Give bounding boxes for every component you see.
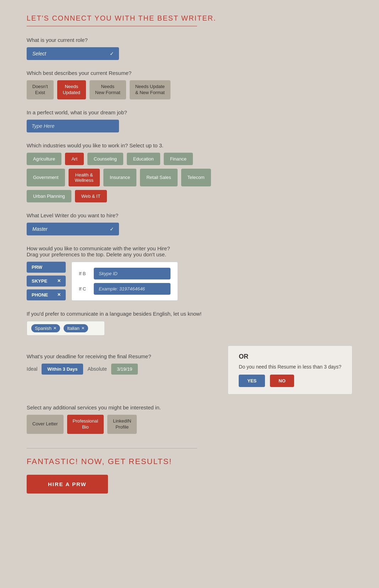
resume-btn-needs-update-new-format[interactable]: Needs Update& New Format — [130, 80, 170, 99]
page-title: LET'S CONNECT YOU WITH THE BEST WRITER. — [27, 14, 352, 22]
additional-services-section: Select any additional services you might… — [27, 404, 352, 434]
resume-btn-doesnt-exist[interactable]: Doesn'tExist — [27, 80, 54, 99]
industry-btn-retail-sales[interactable]: Retail Sales — [140, 169, 177, 186]
additional-services-group: Cover Letter ProfessionalBio LinkedINPro… — [27, 415, 352, 434]
comm-detail-label-c: If C — [79, 286, 90, 292]
writer-level-question: What Level Writer do you want to hire? — [27, 212, 352, 218]
dream-job-input[interactable] — [27, 120, 119, 132]
industries-grid: Agriculture Art Counseling Education Fin… — [27, 153, 226, 202]
lang-spanish-label: Spanish — [35, 326, 52, 331]
comm-phone-label: PHONE — [32, 292, 48, 298]
writer-level-section: What Level Writer do you want to hire? C… — [27, 212, 352, 235]
or-label: OR — [239, 353, 341, 360]
comm-skype-close-icon[interactable]: ✕ — [57, 278, 61, 283]
deadline-ideal-label: Ideal — [27, 366, 37, 372]
comm-detail-label-b: If B — [79, 271, 90, 276]
deadline-section: What's your deadline for receiving the f… — [27, 345, 352, 394]
hire-prw-button[interactable]: HIRE A PRW — [27, 475, 108, 494]
comm-tag-phone[interactable]: PHONE ✕ — [27, 289, 66, 300]
comm-detail-row-skype: If B — [79, 268, 170, 279]
resume-btn-needs-new-format[interactable]: NeedsNew Format — [90, 80, 126, 99]
role-select-wrapper: Select Executive Manager Individual Cont… — [27, 47, 119, 60]
industry-btn-agriculture[interactable]: Agriculture — [27, 153, 61, 165]
phone-number-input[interactable] — [94, 283, 170, 295]
service-btn-linkedin-profile[interactable]: LinkedINProfile — [107, 415, 137, 434]
industry-btn-finance[interactable]: Finance — [164, 153, 193, 165]
header-divider — [27, 26, 197, 26]
role-select[interactable]: Select Executive Manager Individual Cont… — [27, 47, 119, 60]
comm-skype-label: SKYPE — [32, 278, 47, 284]
language-question: If you'd prefer to communicate in a lang… — [27, 311, 352, 317]
comm-detail-row-phone: If C — [79, 283, 170, 295]
skype-id-input[interactable] — [94, 268, 170, 279]
industry-btn-insurance[interactable]: Insurance — [103, 169, 136, 186]
resume-section: Which best describes your current Resume… — [27, 70, 352, 99]
role-section: What is your current role? Select Execut… — [27, 37, 352, 60]
no-button[interactable]: NO — [270, 375, 294, 387]
industry-btn-art[interactable]: Art — [65, 153, 84, 165]
header-section: LET'S CONNECT YOU WITH THE BEST WRITER. — [27, 14, 352, 26]
lang-spanish-remove-icon[interactable]: ✕ — [53, 326, 56, 331]
comm-tag-prw[interactable]: PRW — [27, 262, 66, 273]
role-question: What is your current role? — [27, 37, 352, 43]
industry-btn-urban-planning[interactable]: Urban Planning — [27, 190, 71, 202]
resume-buttons-group: Doesn'tExist NeedsUpdated NeedsNew Forma… — [27, 80, 352, 99]
lang-tag-italian[interactable]: Italian ✕ — [64, 324, 88, 332]
language-section: If you'd prefer to communicate in a lang… — [27, 311, 352, 336]
lang-tag-spanish[interactable]: Spanish ✕ — [31, 324, 60, 332]
results-section: FANTASTIC! NOW, GET RESULTS! HIRE A PRW — [27, 457, 352, 494]
industry-btn-counseling[interactable]: Counseling — [87, 153, 123, 165]
comm-methods-container: PRW SKYPE ✕ PHONE ✕ If B If C — [27, 262, 352, 301]
deadline-row: Ideal Within 3 Days Absolute 3/19/19 — [27, 364, 221, 375]
deadline-question: What's your deadline for receiving the f… — [27, 353, 221, 359]
communicate-section: How would you like to communicate with t… — [27, 245, 352, 301]
deadline-two-col: What's your deadline for receiving the f… — [27, 345, 352, 394]
comm-list: PRW SKYPE ✕ PHONE ✕ — [27, 262, 66, 300]
resume-btn-needs-updated[interactable]: NeedsUpdated — [57, 80, 86, 99]
writer-level-wrapper: Certified Master Expert ✓ — [27, 223, 119, 235]
industry-btn-web-it[interactable]: Web & IT — [75, 190, 107, 202]
comm-prw-label: PRW — [32, 265, 42, 270]
yes-no-row: YES NO — [239, 375, 341, 387]
industries-section: Which industries would you like to work … — [27, 142, 352, 202]
dream-job-question: In a perfect world, what is your dream j… — [27, 109, 352, 115]
lang-italian-remove-icon[interactable]: ✕ — [81, 326, 85, 331]
page-wrapper: LET'S CONNECT YOU WITH THE BEST WRITER. … — [0, 0, 379, 525]
industry-btn-telecom[interactable]: Telecom — [181, 169, 211, 186]
industry-btn-education[interactable]: Education — [127, 153, 160, 165]
writer-level-select[interactable]: Certified Master Expert — [27, 223, 119, 235]
deadline-ideal-value[interactable]: Within 3 Days — [42, 364, 83, 375]
comm-phone-close-icon[interactable]: ✕ — [57, 292, 61, 297]
deadline-left: What's your deadline for receiving the f… — [27, 345, 221, 375]
lang-italian-label: Italian — [67, 326, 80, 331]
or-box: OR Do you need this Resume in less than … — [228, 345, 352, 394]
additional-question: Select any additional services you might… — [27, 404, 352, 410]
results-title: FANTASTIC! NOW, GET RESULTS! — [27, 457, 352, 466]
deadline-absolute-date[interactable]: 3/19/19 — [111, 364, 138, 375]
comm-details-box: If B If C — [71, 262, 178, 301]
industry-btn-health-wellness[interactable]: Health &Wellness — [69, 169, 100, 186]
dream-job-section: In a perfect world, what is your dream j… — [27, 109, 352, 132]
deadline-absolute-label: Absolute — [87, 366, 107, 372]
language-tag-container: Spanish ✕ Italian ✕ — [27, 321, 105, 336]
yes-button[interactable]: YES — [239, 375, 265, 387]
service-btn-cover-letter[interactable]: Cover Letter — [27, 415, 64, 434]
comm-tag-skype[interactable]: SKYPE ✕ — [27, 276, 66, 287]
industry-btn-government[interactable]: Government — [27, 169, 65, 186]
resume-question: Which best describes your current Resume… — [27, 70, 352, 76]
industries-question: Which industries would you like to work … — [27, 142, 352, 148]
or-question: Do you need this Resume in less than 3 d… — [239, 364, 341, 370]
communicate-question: How would you like to communicate with t… — [27, 245, 352, 257]
bottom-divider — [27, 448, 197, 448]
service-btn-professional-bio[interactable]: ProfessionalBio — [67, 415, 104, 434]
